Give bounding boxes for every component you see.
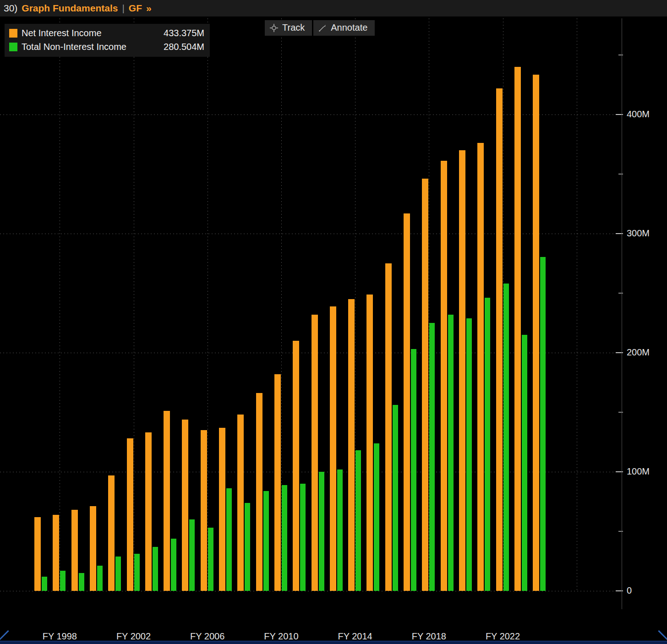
bar-net-interest-income-FY-2013 [330, 306, 336, 591]
menu-number: 30) [4, 3, 17, 14]
bar-total-non-interest-income-FY-2006 [208, 528, 213, 591]
horizontal-gridline [0, 234, 622, 234]
legend-value: 433.375M [164, 28, 204, 38]
bar-net-interest-income-FY-2019 [441, 161, 447, 591]
y-axis-minor-tick [618, 412, 623, 413]
bar-total-non-interest-income-FY-2013 [337, 469, 343, 591]
legend: Net Interest Income 433.375M Total Non-I… [5, 24, 210, 57]
track-crosshair-icon [270, 24, 278, 32]
horizontal-gridline [0, 591, 622, 591]
y-axis-minor-tick [618, 174, 623, 175]
x-axis-label: FY 2018 [412, 631, 446, 642]
bar-net-interest-income-FY-2015 [366, 295, 373, 591]
title-separator: | [122, 3, 124, 14]
legend-label: Net Interest Income [22, 28, 102, 38]
bar-total-non-interest-income-FY-2005 [189, 519, 195, 591]
total-non-interest-income-swatch [9, 43, 17, 51]
bar-net-interest-income-FY-1998 [53, 515, 59, 591]
bar-net-interest-income-FY-2024 [533, 75, 539, 591]
bar-total-non-interest-income-FY-2001 [115, 557, 121, 591]
bar-net-interest-income-FY-2023 [514, 67, 521, 591]
bar-total-non-interest-income-FY-2010 [282, 485, 287, 591]
bar-total-non-interest-income-FY-2014 [355, 450, 361, 591]
bar-net-interest-income-FY-2016 [385, 263, 392, 591]
bar-net-interest-income-FY-2021 [477, 143, 484, 591]
bar-net-interest-income-FY-2006 [201, 430, 207, 591]
bar-net-interest-income-FY-2004 [164, 411, 170, 591]
bar-total-non-interest-income-FY-2022 [503, 284, 509, 591]
bar-net-interest-income-FY-2001 [108, 475, 115, 591]
legend-item-net-interest-income[interactable]: Net Interest Income 433.375M [9, 28, 204, 38]
y-axis-line [622, 18, 622, 609]
chart-toolbar: Track Annotate [265, 20, 375, 36]
y-axis-minor-tick [618, 531, 623, 532]
bar-total-non-interest-income-FY-2004 [171, 539, 176, 591]
vertical-gridline [134, 18, 134, 592]
bar-net-interest-income-FY-2014 [348, 299, 355, 591]
bar-total-non-interest-income-FY-2017 [411, 349, 416, 591]
bar-net-interest-income-FY-2000 [90, 506, 96, 591]
annotate-label: Annotate [331, 22, 367, 33]
bar-net-interest-income-FY-2011 [293, 341, 299, 591]
y-axis-label: 300M [627, 228, 650, 239]
bar-net-interest-income-FY-2005 [182, 420, 188, 591]
horizontal-gridline [0, 353, 622, 353]
x-axis-label: FY 1998 [43, 631, 77, 642]
bar-total-non-interest-income-FY-2009 [263, 491, 269, 591]
net-interest-income-swatch [9, 29, 17, 38]
bar-net-interest-income-FY-1997 [34, 517, 41, 591]
track-label: Track [282, 22, 305, 33]
window-bottom-edge [0, 641, 667, 644]
y-axis-label: 0 [627, 585, 632, 596]
bar-total-non-interest-income-FY-2000 [97, 566, 103, 591]
bar-net-interest-income-FY-2010 [274, 374, 281, 591]
bar-total-non-interest-income-FY-2023 [522, 335, 527, 591]
bar-total-non-interest-income-FY-1999 [79, 573, 84, 591]
vertical-gridline [60, 18, 60, 592]
bar-total-non-interest-income-FY-1997 [42, 577, 47, 591]
bar-net-interest-income-FY-2020 [459, 150, 465, 591]
bar-total-non-interest-income-FY-2024 [540, 257, 546, 591]
bar-total-non-interest-income-FY-2007 [226, 488, 232, 591]
bar-total-non-interest-income-FY-2016 [393, 405, 398, 591]
bar-total-non-interest-income-FY-2002 [134, 554, 140, 591]
chevrons-icon[interactable]: » [146, 3, 152, 14]
bar-net-interest-income-FY-2008 [237, 415, 244, 591]
legend-item-total-non-interest-income[interactable]: Total Non-Interest Income 280.504M [9, 42, 204, 52]
bar-net-interest-income-FY-2007 [219, 428, 225, 591]
x-axis-label: FY 2014 [338, 631, 372, 642]
horizontal-gridline [0, 115, 622, 115]
bar-net-interest-income-FY-2009 [256, 393, 262, 591]
bar-total-non-interest-income-FY-2003 [153, 547, 158, 591]
bar-net-interest-income-FY-2012 [312, 315, 318, 591]
y-axis-label: 100M [627, 466, 650, 477]
bar-net-interest-income-FY-2018 [422, 179, 428, 591]
chart-area: 0100M200M300M400MFY 1998FY 2002FY 2006FY… [0, 16, 667, 644]
legend-value: 280.504M [164, 42, 204, 52]
x-axis-label: FY 2002 [116, 631, 151, 642]
bar-net-interest-income-FY-2003 [145, 432, 152, 591]
annotate-button[interactable]: Annotate [313, 20, 375, 36]
bar-total-non-interest-income-FY-2020 [466, 318, 472, 591]
vertical-gridline [208, 18, 208, 592]
bar-total-non-interest-income-FY-2011 [300, 484, 306, 591]
annotate-pencil-icon [318, 24, 327, 32]
bar-total-non-interest-income-FY-1998 [60, 571, 66, 591]
y-axis-label: 200M [627, 347, 650, 358]
legend-label: Total Non-Interest Income [22, 42, 126, 52]
y-axis-minor-tick [618, 55, 623, 55]
plot-area: 0100M200M300M400MFY 1998FY 2002FY 2006FY… [0, 16, 667, 644]
bar-total-non-interest-income-FY-2019 [448, 315, 454, 591]
track-button[interactable]: Track [265, 20, 312, 36]
horizontal-gridline [0, 472, 622, 472]
x-axis-label: FY 2006 [190, 631, 224, 642]
bar-total-non-interest-income-FY-2015 [374, 443, 379, 591]
bar-total-non-interest-income-FY-2012 [319, 472, 324, 591]
y-axis-label: 400M [627, 109, 650, 120]
x-axis-label: FY 2010 [264, 631, 298, 642]
vertical-gridline [577, 18, 577, 592]
window-titlebar: 30) Graph Fundamentals | GF » [0, 0, 667, 16]
bar-total-non-interest-income-FY-2021 [485, 298, 490, 591]
y-axis-minor-tick [618, 293, 623, 294]
function-mnemonic[interactable]: GF [129, 3, 142, 14]
